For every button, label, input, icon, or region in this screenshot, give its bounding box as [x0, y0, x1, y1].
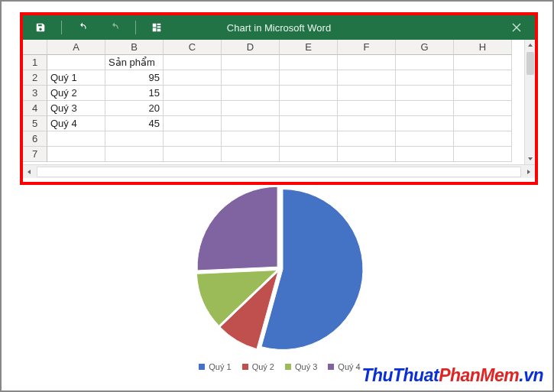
customize-icon[interactable]	[145, 17, 168, 38]
table-row: Quý 445	[47, 116, 524, 131]
cell-grid[interactable]: Sản phẩmQuý 195Quý 215Quý 320Quý 445	[47, 55, 524, 164]
cell-C2[interactable]	[164, 70, 222, 86]
row-header[interactable]: 2	[23, 70, 47, 86]
cell-C3[interactable]	[164, 86, 222, 101]
cell-D7[interactable]	[222, 147, 280, 162]
cell-F7[interactable]	[338, 147, 396, 162]
cell-G6[interactable]	[396, 131, 454, 147]
cell-H2[interactable]	[454, 70, 512, 86]
save-icon[interactable]	[29, 17, 52, 38]
separator	[61, 21, 62, 34]
cell-F3[interactable]	[338, 86, 396, 101]
column-header[interactable]: E	[280, 40, 338, 55]
cell-E4[interactable]	[280, 101, 338, 116]
scroll-right-icon[interactable]	[523, 166, 535, 178]
row-headers[interactable]: 1234567	[23, 55, 47, 162]
column-header[interactable]: C	[164, 40, 222, 55]
cell-A7[interactable]	[47, 147, 105, 162]
cell-H7[interactable]	[454, 147, 512, 162]
legend-item: Quý 3	[285, 362, 317, 371]
cell-E6[interactable]	[280, 131, 338, 147]
cell-D4[interactable]	[222, 101, 280, 116]
spreadsheet[interactable]: ABCDEFGH 1234567 Sản phẩmQuý 195Quý 215Q…	[23, 40, 535, 164]
cell-B3[interactable]: 15	[105, 86, 164, 101]
watermark-part2: PhanMem	[439, 365, 519, 385]
cell-C6[interactable]	[164, 131, 222, 147]
cell-D2[interactable]	[222, 70, 280, 86]
scroll-track[interactable]	[37, 167, 521, 177]
row-header[interactable]: 7	[23, 147, 47, 162]
cell-H3[interactable]	[454, 86, 512, 101]
cell-H5[interactable]	[454, 116, 512, 131]
legend-swatch	[328, 364, 334, 370]
column-header[interactable]: G	[396, 40, 454, 55]
cell-E7[interactable]	[280, 147, 338, 162]
cell-F1[interactable]	[338, 55, 396, 70]
cell-F4[interactable]	[338, 101, 396, 116]
scroll-up-icon[interactable]	[525, 40, 536, 50]
cell-A5[interactable]: Quý 4	[47, 116, 105, 131]
column-header[interactable]: A	[47, 40, 105, 55]
cell-G5[interactable]	[396, 116, 454, 131]
column-headers[interactable]: ABCDEFGH	[47, 40, 524, 55]
row-header[interactable]: 1	[23, 55, 47, 70]
column-header[interactable]: B	[105, 40, 164, 55]
cell-G1[interactable]	[396, 55, 454, 70]
column-header[interactable]: D	[222, 40, 280, 55]
cell-H6[interactable]	[454, 131, 512, 147]
cell-C7[interactable]	[164, 147, 222, 162]
table-row	[47, 147, 524, 162]
undo-icon[interactable]	[71, 17, 94, 38]
cell-B6[interactable]	[105, 131, 164, 147]
cell-D5[interactable]	[222, 116, 280, 131]
cell-B5[interactable]: 45	[105, 116, 164, 131]
cell-F5[interactable]	[338, 116, 396, 131]
select-all-corner[interactable]	[23, 40, 47, 55]
vertical-scrollbar[interactable]	[524, 40, 535, 164]
cell-G7[interactable]	[396, 147, 454, 162]
cell-G4[interactable]	[396, 101, 454, 116]
cell-A1[interactable]	[47, 55, 105, 70]
cell-B2[interactable]: 95	[105, 70, 164, 86]
cell-G2[interactable]	[396, 70, 454, 86]
column-header[interactable]: H	[454, 40, 512, 55]
row-header[interactable]: 6	[23, 131, 47, 147]
scroll-thumb[interactable]	[526, 52, 534, 75]
cell-D3[interactable]	[222, 86, 280, 101]
redo-icon[interactable]	[103, 17, 126, 38]
legend-item: Quý 1	[199, 362, 231, 371]
cell-C1[interactable]	[164, 55, 222, 70]
cell-G3[interactable]	[396, 86, 454, 101]
cell-A6[interactable]	[47, 131, 105, 147]
cell-F2[interactable]	[338, 70, 396, 86]
cell-H1[interactable]	[454, 55, 512, 70]
row-header[interactable]: 5	[23, 116, 47, 131]
scroll-left-icon[interactable]	[23, 166, 35, 178]
cell-C5[interactable]	[164, 116, 222, 131]
row-header[interactable]: 3	[23, 86, 47, 101]
cell-A3[interactable]: Quý 2	[47, 86, 105, 101]
cell-B1[interactable]: Sản phẩm	[105, 55, 164, 70]
cell-H4[interactable]	[454, 101, 512, 116]
cell-E3[interactable]	[280, 86, 338, 101]
cell-E1[interactable]	[280, 55, 338, 70]
legend-label: Quý 3	[295, 362, 317, 371]
cell-A4[interactable]: Quý 3	[47, 101, 105, 116]
cell-C4[interactable]	[164, 101, 222, 116]
cell-E2[interactable]	[280, 70, 338, 86]
cell-F6[interactable]	[338, 131, 396, 147]
scroll-down-icon[interactable]	[525, 154, 536, 164]
cell-B4[interactable]: 20	[105, 101, 164, 116]
cell-D6[interactable]	[222, 131, 280, 147]
row-header[interactable]: 4	[23, 101, 47, 116]
cell-E5[interactable]	[280, 116, 338, 131]
cell-B7[interactable]	[105, 147, 164, 162]
column-header[interactable]: F	[338, 40, 396, 55]
legend-swatch	[199, 364, 205, 370]
horizontal-scrollbar[interactable]	[23, 164, 535, 178]
table-row: Quý 195	[47, 70, 524, 86]
pie-slice-Quý 4	[197, 186, 277, 271]
cell-A2[interactable]: Quý 1	[47, 70, 105, 86]
cell-D1[interactable]	[222, 55, 280, 70]
close-button[interactable]	[503, 15, 530, 40]
